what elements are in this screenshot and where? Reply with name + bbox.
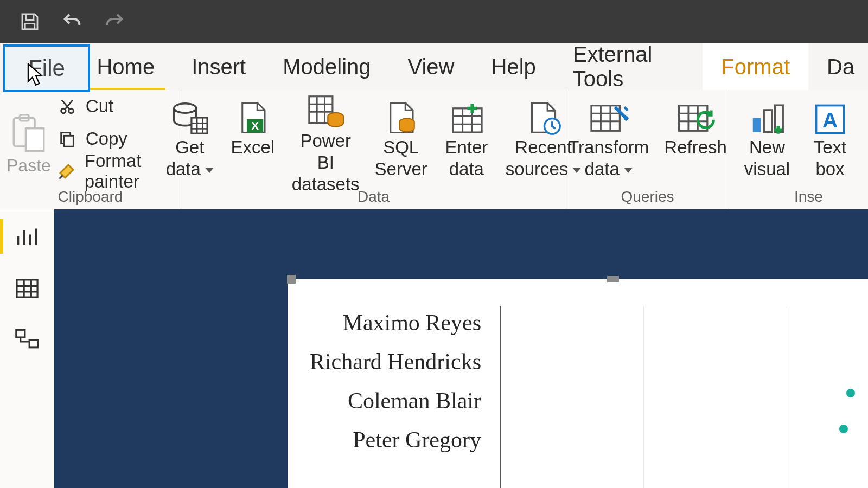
tab-insert[interactable]: Insert xyxy=(173,43,264,90)
data-point xyxy=(839,425,848,433)
svg-rect-0 xyxy=(25,24,35,30)
svg-rect-54 xyxy=(29,340,38,348)
chart-visual[interactable]: Maximo Reyes Richard Hendricks Coleman B… xyxy=(288,279,868,488)
refresh-icon xyxy=(672,93,719,136)
format-painter-icon xyxy=(56,162,77,181)
group-queries: Transformdata Refresh Queries xyxy=(566,90,729,209)
y-axis-labels: Maximo Reyes Richard Hendricks Coleman B… xyxy=(299,306,500,488)
enter-data-button[interactable]: Enterdata xyxy=(435,93,498,185)
chevron-down-icon xyxy=(205,168,214,173)
sql-server-button[interactable]: SQLServer xyxy=(367,93,435,185)
axis-label: Maximo Reyes xyxy=(343,310,481,336)
active-view-indicator xyxy=(0,219,3,254)
text-box-icon: A xyxy=(806,93,854,136)
copy-button[interactable]: Copy xyxy=(56,126,174,152)
ribbon: Paste Cut Cop xyxy=(0,90,868,209)
svg-rect-53 xyxy=(16,330,24,337)
cut-icon xyxy=(56,97,78,115)
sql-server-icon xyxy=(377,93,425,136)
axis-label: Coleman Blair xyxy=(348,388,481,414)
data-view-button[interactable] xyxy=(13,274,41,303)
resize-handle[interactable] xyxy=(287,275,296,284)
new-visual-icon xyxy=(743,93,791,136)
svg-rect-40 xyxy=(764,110,772,132)
model-view-button[interactable] xyxy=(13,325,41,354)
group-label-queries: Queries xyxy=(566,188,729,206)
plot-area xyxy=(500,306,868,488)
svg-rect-9 xyxy=(192,118,207,133)
group-label-clipboard: Clipboard xyxy=(0,188,181,206)
transform-data-button[interactable]: Transformdata xyxy=(560,93,656,185)
get-data-icon xyxy=(166,93,214,136)
data-point xyxy=(846,389,855,397)
chevron-down-icon xyxy=(624,168,633,173)
format-painter-button[interactable]: Format painter xyxy=(56,158,174,184)
tab-external-tools[interactable]: External Tools xyxy=(554,43,703,90)
tab-view[interactable]: View xyxy=(390,43,473,90)
transform-data-icon xyxy=(585,93,633,136)
tab-home[interactable]: Home xyxy=(78,43,173,90)
svg-rect-23 xyxy=(453,108,482,132)
save-button[interactable] xyxy=(16,9,43,34)
svg-text:A: A xyxy=(822,108,838,132)
redo-button[interactable] xyxy=(101,9,128,34)
pbi-datasets-icon xyxy=(302,93,349,129)
power-bi-datasets-button[interactable]: Power BIdatasets xyxy=(284,93,367,185)
group-data: Getdata X Excel Power BIdatasets SQLServ… xyxy=(181,90,566,209)
cut-button[interactable]: Cut xyxy=(56,93,174,119)
paste-icon xyxy=(10,113,48,152)
group-insert: Newvisual A Textbox Inse xyxy=(729,90,868,209)
svg-rect-7 xyxy=(64,136,73,146)
text-box-button[interactable]: A Textbox xyxy=(799,93,861,185)
svg-text:X: X xyxy=(251,119,259,132)
work-area: Maximo Reyes Richard Hendricks Coleman B… xyxy=(0,209,868,488)
axis-label: Peter Gregory xyxy=(353,427,481,453)
tab-modeling[interactable]: Modeling xyxy=(264,43,389,90)
paste-button[interactable]: Paste xyxy=(7,94,51,176)
group-label-insert: Inse xyxy=(729,188,868,206)
get-data-button[interactable]: Getdata xyxy=(158,93,221,185)
svg-rect-39 xyxy=(753,118,761,132)
tab-format[interactable]: Format xyxy=(703,43,808,90)
enter-data-icon xyxy=(443,93,490,136)
view-rail xyxy=(0,209,54,488)
tab-file[interactable]: File xyxy=(3,44,90,92)
svg-rect-3 xyxy=(25,129,43,151)
report-view-button[interactable] xyxy=(13,223,41,252)
resize-handle[interactable] xyxy=(607,276,619,282)
excel-icon: X xyxy=(229,93,277,136)
tab-data-cutoff[interactable]: Da xyxy=(808,43,868,90)
chart-area: Maximo Reyes Richard Hendricks Coleman B… xyxy=(299,306,868,488)
report-canvas[interactable]: Maximo Reyes Richard Hendricks Coleman B… xyxy=(54,209,868,488)
svg-point-8 xyxy=(174,104,196,113)
undo-button[interactable] xyxy=(59,9,86,34)
copy-icon xyxy=(56,130,78,148)
tab-help[interactable]: Help xyxy=(473,43,554,90)
axis-label: Richard Hendricks xyxy=(310,349,481,375)
ribbon-tabs: Home Insert Modeling View Help External … xyxy=(0,43,868,90)
svg-rect-48 xyxy=(16,280,37,297)
excel-button[interactable]: X Excel xyxy=(221,93,284,185)
quick-access-toolbar xyxy=(0,0,868,43)
group-clipboard: Paste Cut Cop xyxy=(0,90,181,209)
new-visual-button[interactable]: Newvisual xyxy=(736,93,799,185)
refresh-button[interactable]: Refresh xyxy=(656,93,735,185)
group-label-data: Data xyxy=(181,188,566,206)
